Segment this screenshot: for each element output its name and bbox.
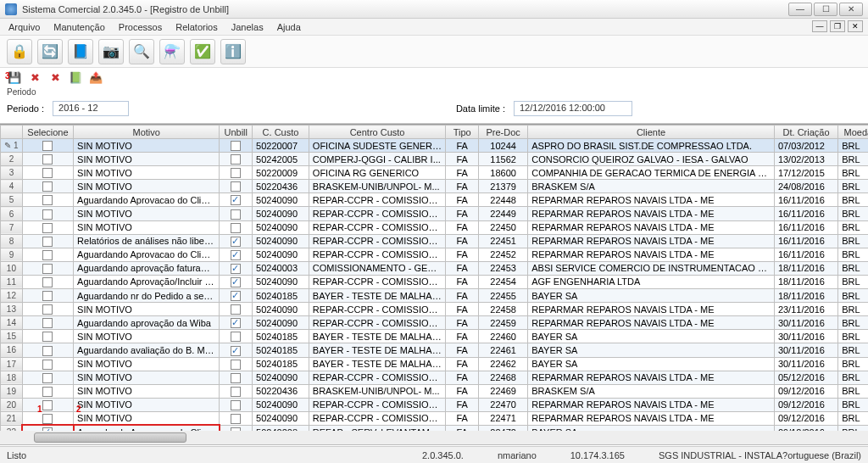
tool-check[interactable]: ✅ <box>190 39 215 64</box>
selecione-checkbox[interactable] <box>22 384 73 398</box>
selecione-checkbox[interactable] <box>22 153 73 166</box>
col-unbill[interactable]: Unbill <box>220 126 253 139</box>
selecione-checkbox[interactable] <box>22 398 73 411</box>
motivo-cell[interactable]: SIN MOTIVO <box>74 180 220 193</box>
menu-janelas[interactable]: Janelas <box>231 22 264 32</box>
unbill-checkbox[interactable] <box>220 261 253 275</box>
table-row[interactable]: 16Aguardando avaliação do B. Medição5024… <box>1 343 869 357</box>
unbill-checkbox[interactable] <box>220 371 253 384</box>
tool-search[interactable]: 🔍 <box>129 39 154 64</box>
col-moeda[interactable]: Moeda <box>838 126 868 139</box>
export-icon[interactable]: 📤 <box>88 70 103 85</box>
selecione-checkbox[interactable] <box>22 234 73 248</box>
mdi-restore[interactable]: ❐ <box>830 20 845 32</box>
unbill-checkbox[interactable] <box>220 139 253 153</box>
datalimite-field[interactable]: 12/12/2016 12:00:00 <box>514 101 632 116</box>
motivo-cell[interactable]: SIN MOTIVO <box>74 371 220 384</box>
selecione-checkbox[interactable] <box>22 411 73 425</box>
col-predoc[interactable]: Pre-Doc <box>479 126 528 139</box>
mdi-minimize[interactable]: — <box>812 20 827 32</box>
delete-icon[interactable]: ✖ <box>27 70 42 85</box>
unbill-checkbox[interactable] <box>220 275 253 288</box>
motivo-cell[interactable]: SIN MOTIVO <box>74 166 220 180</box>
table-row[interactable]: 11Aguardando Aprovação/Incluir no Bole..… <box>1 275 869 288</box>
selecione-checkbox[interactable] <box>22 166 73 180</box>
motivo-cell[interactable]: Aguardando nr do Pedido a ser incluíd... <box>74 289 220 303</box>
unbill-checkbox[interactable] <box>220 234 253 248</box>
table-row[interactable]: 19SIN MOTIVO50220436BRASKEM-UNIB/UNPOL- … <box>1 384 869 398</box>
unbill-checkbox[interactable] <box>220 384 253 398</box>
selecione-checkbox[interactable] <box>22 248 73 261</box>
selecione-checkbox[interactable] <box>22 275 73 288</box>
menu-processos[interactable]: Processos <box>119 22 162 32</box>
col-dtcriacao[interactable]: Dt. Criação <box>774 126 837 139</box>
selecione-checkbox[interactable] <box>22 261 73 275</box>
unbill-checkbox[interactable] <box>220 166 253 180</box>
unbill-checkbox[interactable] <box>220 316 253 330</box>
selecione-checkbox[interactable] <box>22 207 73 220</box>
unbill-checkbox[interactable] <box>220 303 253 316</box>
unbill-checkbox[interactable] <box>220 248 253 261</box>
grid-scroll[interactable]: Selecione Motivo Unbill C. Custo Centro … <box>0 124 868 431</box>
tool-camera[interactable]: 📷 <box>98 39 124 64</box>
col-rownum[interactable] <box>1 126 23 139</box>
unbill-checkbox[interactable] <box>220 343 253 357</box>
col-motivo[interactable]: Motivo <box>74 126 220 139</box>
motivo-cell[interactable]: SIN MOTIVO <box>74 153 220 166</box>
unbill-checkbox[interactable] <box>220 411 253 425</box>
unbill-checkbox[interactable] <box>220 357 253 371</box>
unbill-checkbox[interactable] <box>220 330 253 343</box>
menu-arquivo[interactable]: Arquivo <box>8 22 40 32</box>
motivo-cell[interactable]: Aguardando Aprovacao do Cliente <box>74 248 220 261</box>
col-ccusto[interactable]: C. Custo <box>253 126 309 139</box>
table-row[interactable]: 21SIN MOTIVO50240090REPAR-CCPR - COMISSI… <box>1 411 869 425</box>
table-row[interactable]: 4SIN MOTIVO50220436BRASKEM-UNIB/UNPOL- M… <box>1 180 869 193</box>
table-row[interactable]: 12Aguardando nr do Pedido a ser incluíd.… <box>1 289 869 303</box>
selecione-checkbox[interactable] <box>22 220 73 234</box>
col-selecione[interactable]: Selecione <box>22 126 73 139</box>
table-row[interactable]: 8Relatórios de análises não liberado.502… <box>1 234 869 248</box>
unbill-checkbox[interactable] <box>220 220 253 234</box>
table-row[interactable]: 10Aguardando aprovação faturamento ...50… <box>1 261 869 275</box>
table-row[interactable]: 2SIN MOTIVO50242005COMPERJ-QGGI - CALIBR… <box>1 153 869 166</box>
motivo-cell[interactable]: Aguardando aprovação faturamento ... <box>74 261 220 275</box>
scroll-thumb[interactable] <box>34 432 186 443</box>
motivo-cell[interactable]: SIN MOTIVO <box>74 303 220 316</box>
table-row[interactable]: 14Aguardando aprovação da Wiba50240090RE… <box>1 316 869 330</box>
table-row[interactable]: 9Aguardando Aprovacao do Cliente50240090… <box>1 248 869 261</box>
selecione-checkbox[interactable] <box>22 343 73 357</box>
tool-lab[interactable]: ⚗️ <box>159 39 185 64</box>
col-cliente[interactable]: Cliente <box>528 126 775 139</box>
tool-refresh[interactable]: 🔄 <box>37 39 63 64</box>
motivo-cell[interactable]: Aguardando Aprovação/Incluir no Bole... <box>74 275 220 288</box>
tool-info[interactable]: ℹ️ <box>220 39 246 64</box>
table-row[interactable]: 17SIN MOTIVO50240185BAYER - TESTE DE MAL… <box>1 357 869 371</box>
motivo-cell[interactable]: Aguardando Aprovacao do Cliente <box>74 425 220 431</box>
maximize-button[interactable]: ☐ <box>814 3 837 16</box>
excel-icon[interactable]: 📗 <box>68 70 83 85</box>
table-row[interactable]: 18SIN MOTIVO50240090REPAR-CCPR - COMISSI… <box>1 371 869 384</box>
table-row[interactable]: 13SIN MOTIVO50240090REPAR-CCPR - COMISSI… <box>1 303 869 316</box>
motivo-cell[interactable]: SIN MOTIVO <box>74 357 220 371</box>
menu-manutencao[interactable]: Manutenção <box>53 22 105 32</box>
motivo-cell[interactable]: SIN MOTIVO <box>74 139 220 153</box>
col-centro[interactable]: Centro Custo <box>309 126 445 139</box>
periodo-field[interactable]: 2016 - 12 <box>53 101 129 116</box>
selecione-checkbox[interactable] <box>22 139 73 153</box>
tool-lock[interactable]: 🔒 <box>7 39 32 64</box>
table-row[interactable]: 3SIN MOTIVO50220009OFICINA RG GENERICOFA… <box>1 166 869 180</box>
table-row[interactable]: 7SIN MOTIVO50240090REPAR-CCPR - COMISSIO… <box>1 220 869 234</box>
table-row[interactable]: 15SIN MOTIVO50240185BAYER - TESTE DE MAL… <box>1 330 869 343</box>
unbill-checkbox[interactable] <box>220 180 253 193</box>
unbill-checkbox[interactable] <box>220 193 253 207</box>
selecione-checkbox[interactable] <box>22 193 73 207</box>
tool-book[interactable]: 📘 <box>68 39 93 64</box>
table-row[interactable]: 5Aguardando Aprovacao do Cliente50240090… <box>1 193 869 207</box>
unbill-checkbox[interactable] <box>220 398 253 411</box>
motivo-cell[interactable]: Aguardando Aprovacao do Cliente <box>74 193 220 207</box>
minimize-button[interactable]: — <box>788 3 812 16</box>
motivo-cell[interactable]: SIN MOTIVO <box>74 384 220 398</box>
selecione-checkbox[interactable] <box>22 316 73 330</box>
selecione-checkbox[interactable] <box>22 330 73 343</box>
selecione-checkbox[interactable] <box>22 371 73 384</box>
